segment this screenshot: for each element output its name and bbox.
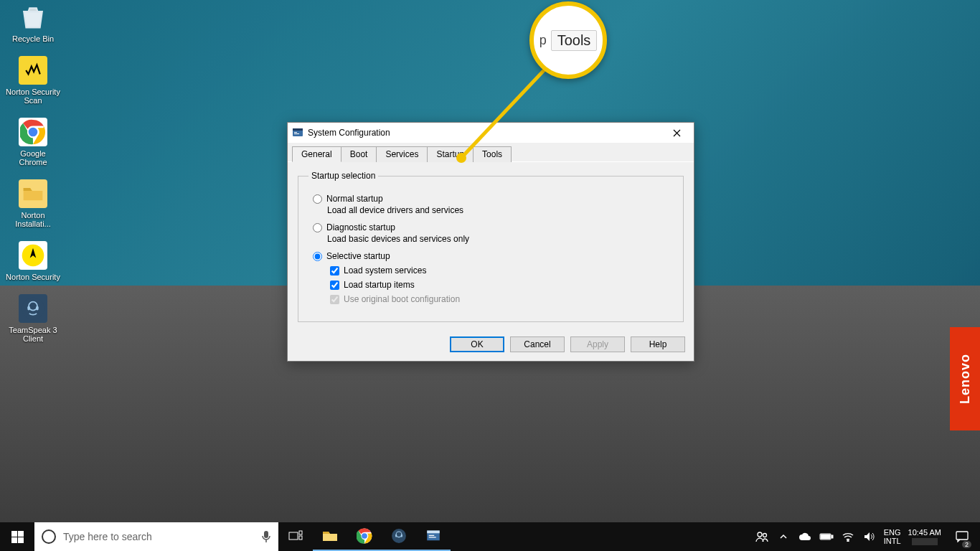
svg-rect-36 — [831, 535, 833, 538]
option-diagnostic-startup: Diagnostic startup — [313, 222, 673, 232]
svg-rect-16 — [11, 537, 17, 543]
checkbox-use-original-boot: Use original boot configuration — [330, 294, 673, 304]
tray-chevron-up-icon[interactable] — [776, 529, 791, 544]
radio-diagnostic-startup[interactable]: Diagnostic startup — [313, 222, 673, 232]
chrome-icon — [19, 118, 47, 146]
taskbar-clock[interactable]: 10:45 AM — [908, 528, 941, 545]
taskbar: Type here to search ENGINTL 10:45 AM 2 — [0, 522, 980, 551]
onedrive-icon[interactable] — [798, 529, 812, 544]
desktop-icon-norton-install[interactable]: Norton Installati... — [6, 179, 60, 228]
action-center-button[interactable]: 2 — [948, 522, 976, 551]
taskbar-file-explorer[interactable] — [313, 522, 347, 551]
wifi-icon[interactable] — [841, 529, 855, 544]
radio-selective-startup[interactable]: Selective startup — [313, 251, 673, 261]
svg-rect-37 — [821, 534, 830, 539]
svg-rect-17 — [18, 537, 24, 543]
radio-label: Diagnostic startup — [326, 222, 395, 232]
svg-point-34 — [763, 534, 766, 537]
people-icon[interactable] — [755, 529, 769, 544]
desktop-icon-label: Google Chrome — [6, 149, 60, 166]
svg-rect-11 — [294, 133, 299, 134]
svg-rect-14 — [11, 531, 17, 537]
volume-icon[interactable] — [862, 529, 877, 544]
date-redacted — [912, 538, 938, 545]
desktop: Recycle Bin Norton Security Scan Google … — [0, 0, 980, 551]
help-button[interactable]: Help — [631, 336, 685, 352]
svg-rect-6 — [27, 306, 29, 311]
svg-point-33 — [758, 532, 762, 537]
radio-label: Selective startup — [326, 251, 390, 261]
svg-rect-15 — [18, 531, 24, 537]
desktop-icon-label: Norton Installati... — [6, 211, 60, 228]
clock-time: 10:45 AM — [908, 528, 941, 537]
desktop-icon-label: Norton Security — [6, 273, 60, 281]
search-placeholder: Type here to search — [63, 531, 254, 542]
svg-point-24 — [362, 533, 367, 539]
svg-rect-9 — [293, 128, 303, 131]
taskbar-teamspeak[interactable] — [382, 522, 416, 551]
system-tray: ENGINTL 10:45 AM 2 — [755, 522, 980, 551]
desktop-icon-norton-scan[interactable]: Norton Security Scan — [6, 56, 60, 105]
folder-icon — [19, 179, 47, 208]
tab-boot[interactable]: Boot — [341, 146, 377, 162]
taskbar-chrome[interactable] — [347, 522, 382, 551]
desktop-icon-label: TeamSpeak 3 Client — [6, 326, 60, 343]
tab-startup[interactable]: Startup — [428, 146, 473, 162]
taskbar-msconfig[interactable] — [416, 522, 451, 551]
svg-rect-31 — [429, 535, 435, 536]
callout-magnifier: p Tools — [529, 1, 607, 79]
cancel-button[interactable]: Cancel — [510, 336, 565, 352]
mic-icon[interactable] — [254, 530, 278, 543]
lang-bottom: INTL — [884, 537, 901, 545]
option-selective-startup: Selective startup — [313, 251, 673, 261]
checkbox-label: Load startup items — [344, 280, 415, 290]
teamspeak-icon — [19, 294, 47, 323]
fieldset-legend: Startup selection — [308, 171, 378, 181]
lenovo-badge[interactable]: Lenovo — [950, 327, 980, 430]
desktop-icon-chrome[interactable]: Google Chrome — [6, 118, 60, 166]
callout-tools-highlight: Tools — [551, 30, 598, 51]
recycle-bin-icon — [19, 3, 47, 32]
desktop-icon-norton-security[interactable]: Norton Security — [6, 241, 60, 281]
apply-button: Apply — [570, 336, 625, 352]
tab-tools[interactable]: Tools — [473, 146, 512, 162]
desktop-icon-teamspeak[interactable]: TeamSpeak 3 Client — [6, 294, 60, 343]
radio-label: Normal startup — [326, 194, 383, 204]
svg-rect-7 — [36, 306, 38, 311]
battery-icon[interactable] — [819, 529, 834, 544]
startup-selection-fieldset: Startup selection Normal startup Load al… — [298, 171, 684, 322]
tab-general[interactable]: General — [292, 146, 341, 162]
svg-rect-32 — [429, 537, 436, 537]
ok-button[interactable]: OK — [450, 336, 504, 352]
language-indicator[interactable]: ENGINTL — [884, 528, 901, 545]
svg-rect-21 — [299, 531, 302, 534]
desktop-icons: Recycle Bin Norton Security Scan Google … — [6, 3, 63, 356]
start-button[interactable] — [0, 522, 34, 551]
svg-rect-10 — [294, 132, 297, 133]
dialog-title: System Configuration — [308, 128, 390, 138]
taskview-button[interactable] — [278, 522, 313, 551]
close-icon — [673, 129, 681, 137]
desktop-icon-label: Recycle Bin — [6, 34, 60, 43]
checkbox-label: Load system services — [344, 265, 426, 276]
system-configuration-dialog: System Configuration General Boot Servic… — [287, 122, 694, 362]
sub-use-original-boot: Use original boot configuration — [330, 294, 673, 304]
svg-point-4 — [22, 298, 44, 320]
radio-normal-startup[interactable]: Normal startup — [313, 194, 673, 204]
svg-point-25 — [392, 529, 406, 543]
checkbox-load-system-services[interactable]: Load system services — [330, 265, 673, 276]
desktop-icon-recycle-bin[interactable]: Recycle Bin — [6, 3, 60, 43]
svg-rect-22 — [299, 536, 302, 540]
svg-rect-27 — [395, 534, 397, 537]
lang-top: ENG — [884, 528, 901, 537]
svg-rect-39 — [956, 532, 968, 540]
dialog-titlebar[interactable]: System Configuration — [288, 123, 694, 143]
taskbar-search[interactable]: Type here to search — [34, 522, 278, 551]
cortana-icon — [42, 529, 56, 544]
close-button[interactable] — [662, 123, 691, 143]
sub-load-system-services: Load system services — [330, 265, 673, 276]
checkbox-load-startup-items[interactable]: Load startup items — [330, 280, 673, 290]
svg-rect-30 — [427, 531, 440, 534]
desktop-icon-label: Norton Security Scan — [6, 88, 60, 105]
tab-services[interactable]: Services — [377, 146, 428, 162]
